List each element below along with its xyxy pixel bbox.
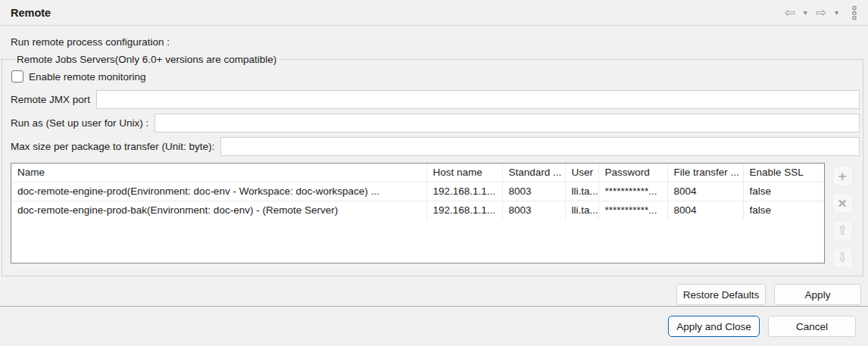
dialog-footer: Apply and Close Cancel (0, 306, 868, 346)
move-up-button[interactable]: ⇧ (832, 220, 853, 241)
table-row[interactable]: doc-remote-engine-prod(Environment: doc-… (11, 182, 824, 201)
table-side-buttons: + ✕ ⇧ ⇩ (825, 163, 860, 268)
up-arrow-icon: ⇧ (837, 224, 848, 237)
remote-jobs-servers-group: Remote Jobs Servers(Only 6.0+ versions a… (2, 54, 863, 276)
cell-host-name[interactable]: 192.168.1.1... (426, 182, 502, 201)
run-as-input[interactable] (155, 114, 860, 132)
cell-enable-ssl[interactable]: false (743, 201, 824, 220)
table-row[interactable]: doc-remote-engine-prod-bak(Environment: … (11, 201, 824, 220)
remote-jmx-port-label: Remote JMX port (11, 94, 96, 105)
forward-dropdown-icon[interactable]: ▾ (833, 8, 840, 17)
column-header-name[interactable]: Name (11, 164, 426, 182)
max-package-size-input[interactable] (220, 137, 860, 156)
plus-icon: + (838, 169, 846, 183)
run-as-row: Run as (Set up user for Unix) : (11, 114, 860, 132)
cell-name[interactable]: doc-remote-engine-prod(Environment: doc-… (11, 182, 426, 201)
enable-remote-monitoring-row: Enable remote monitoring (11, 70, 860, 83)
table-header-row: Name Host name Standard ... User Passwor… (11, 164, 824, 182)
column-header-host-name[interactable]: Host name (426, 164, 502, 182)
back-arrow-icon[interactable]: ⇦ (784, 6, 795, 19)
remote-jmx-port-input[interactable] (96, 90, 860, 109)
enable-remote-monitoring-checkbox[interactable] (11, 70, 23, 83)
cell-password[interactable]: ***********... (598, 201, 667, 220)
run-as-label: Run as (Set up user for Unix) : (11, 117, 155, 129)
page-title: Remote (11, 7, 51, 19)
cell-standard-port[interactable]: 8003 (502, 182, 565, 201)
page-header: Remote ⇦ ▾ ⇨ ▾ (0, 0, 868, 26)
column-header-user[interactable]: User (565, 164, 598, 182)
back-dropdown-icon[interactable]: ▾ (802, 8, 809, 17)
remote-jmx-port-row: Remote JMX port (11, 90, 860, 109)
cell-file-transfer[interactable]: 8004 (667, 201, 743, 220)
down-arrow-icon: ⇩ (837, 251, 848, 264)
restore-defaults-button[interactable]: Restore Defaults (676, 284, 766, 305)
cancel-button[interactable]: Cancel (768, 316, 856, 337)
delete-icon: ✕ (838, 198, 848, 209)
group-legend: Remote Jobs Servers(Only 6.0+ versions a… (15, 54, 279, 65)
preferences-page: Remote ⇦ ▾ ⇨ ▾ Run remote process config… (0, 0, 868, 346)
servers-table: Name Host name Standard ... User Passwor… (11, 164, 824, 220)
page-content: Run remote process configuration : Remot… (0, 26, 868, 306)
max-package-size-row: Max size per package to transfer (Unit: … (11, 137, 860, 156)
preference-actions: Restore Defaults Apply (2, 276, 863, 305)
intro-label: Run remote process configuration : (11, 36, 863, 48)
cell-file-transfer[interactable]: 8004 (667, 182, 743, 201)
column-header-enable-ssl[interactable]: Enable SSL (743, 164, 824, 182)
cell-user[interactable]: lli.ta... (565, 182, 598, 201)
cell-user[interactable]: lli.ta... (565, 201, 598, 220)
cell-host-name[interactable]: 192.168.1.1... (426, 201, 502, 220)
column-header-file-transfer[interactable]: File transfer ... (667, 164, 743, 182)
delete-server-button[interactable]: ✕ (832, 193, 853, 214)
column-header-standard-port[interactable]: Standard ... (502, 164, 565, 182)
cell-password[interactable]: ***********... (598, 182, 667, 201)
overflow-menu-icon[interactable] (851, 5, 857, 20)
cell-name[interactable]: doc-remote-engine-prod-bak(Environment: … (11, 201, 426, 220)
cell-enable-ssl[interactable]: false (743, 182, 824, 201)
history-nav: ⇦ ▾ ⇨ ▾ (784, 5, 857, 20)
servers-table-area: Name Host name Standard ... User Passwor… (11, 163, 860, 268)
servers-table-box: Name Host name Standard ... User Passwor… (11, 163, 825, 263)
column-header-password[interactable]: Password (598, 164, 667, 182)
cell-standard-port[interactable]: 8003 (502, 201, 565, 220)
apply-button[interactable]: Apply (774, 284, 861, 305)
forward-arrow-icon[interactable]: ⇨ (816, 6, 826, 19)
add-server-button[interactable]: + (832, 166, 853, 186)
apply-and-close-button[interactable]: Apply and Close (668, 316, 760, 337)
enable-remote-monitoring-label: Enable remote monitoring (29, 71, 146, 83)
move-down-button[interactable]: ⇩ (832, 248, 853, 268)
max-package-size-label: Max size per package to transfer (Unit: … (11, 141, 220, 152)
